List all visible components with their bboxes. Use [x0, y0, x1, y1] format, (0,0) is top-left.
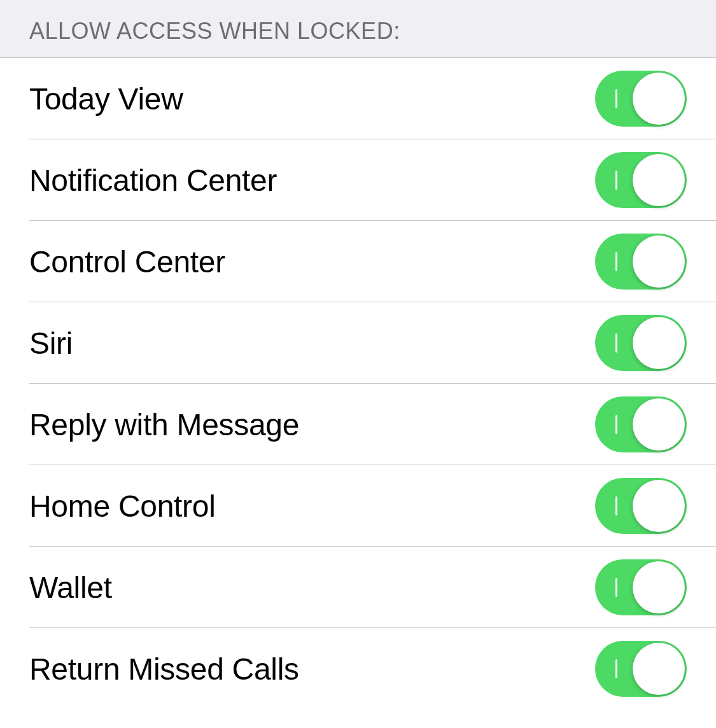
on-indicator-icon — [615, 333, 617, 353]
on-indicator-icon — [615, 578, 617, 597]
row-reply-with-message: Reply with Message — [0, 384, 716, 465]
switch-knob — [633, 398, 685, 451]
switch-knob — [633, 480, 685, 532]
row-label: Home Control — [29, 489, 216, 524]
switch-knob — [633, 154, 685, 206]
toggle-control-center[interactable] — [595, 234, 687, 290]
row-label: Notification Center — [29, 163, 277, 198]
toggle-today-view[interactable] — [595, 71, 687, 127]
toggle-home-control[interactable] — [595, 478, 687, 534]
switch-knob — [633, 235, 685, 288]
row-siri: Siri — [0, 302, 716, 384]
row-label: Reply with Message — [29, 407, 299, 442]
row-label: Siri — [29, 326, 73, 361]
on-indicator-icon — [615, 659, 617, 678]
on-indicator-icon — [615, 415, 617, 434]
toggle-reply-with-message[interactable] — [595, 396, 687, 452]
on-indicator-icon — [615, 89, 617, 108]
row-label: Today View — [29, 81, 183, 116]
section-header-text: ALLOW ACCESS WHEN LOCKED: — [29, 18, 687, 45]
on-indicator-icon — [615, 171, 617, 190]
switch-knob — [633, 73, 685, 125]
row-return-missed-calls: Return Missed Calls — [0, 628, 716, 710]
settings-list: Today View Notification Center Control C… — [0, 58, 716, 710]
row-notification-center: Notification Center — [0, 139, 716, 221]
row-wallet: Wallet — [0, 547, 716, 628]
toggle-wallet[interactable] — [595, 559, 687, 615]
toggle-return-missed-calls[interactable] — [595, 641, 687, 697]
row-label: Wallet — [29, 570, 112, 605]
row-control-center: Control Center — [0, 221, 716, 302]
row-today-view: Today View — [0, 58, 716, 139]
on-indicator-icon — [615, 252, 617, 271]
toggle-siri[interactable] — [595, 315, 687, 371]
switch-knob — [633, 561, 685, 613]
row-home-control: Home Control — [0, 465, 716, 547]
row-label: Control Center — [29, 244, 225, 279]
on-indicator-icon — [615, 496, 617, 515]
switch-knob — [633, 643, 685, 695]
switch-knob — [633, 317, 685, 369]
toggle-notification-center[interactable] — [595, 152, 687, 208]
section-header: ALLOW ACCESS WHEN LOCKED: — [0, 0, 716, 58]
row-label: Return Missed Calls — [29, 652, 299, 687]
